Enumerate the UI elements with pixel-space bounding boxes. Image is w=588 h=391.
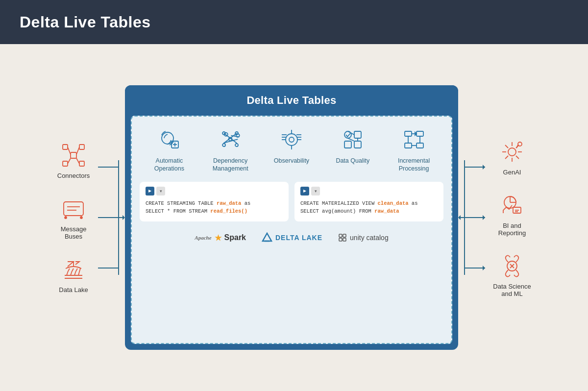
code-block-2[interactable]: ▾ CREATE MATERIALIZED VIEW clean_data as…: [294, 182, 443, 222]
left-connector-svg: [98, 142, 125, 293]
incr-proc-label: IncrementalProcessing: [398, 157, 430, 173]
delta-lake-logo: DELTA LAKE: [262, 232, 322, 243]
svg-rect-1: [63, 145, 68, 149]
svg-line-86: [505, 156, 508, 159]
right-sidebar: GenAI: [488, 138, 537, 297]
sidebar-item-connectors: Connectors: [57, 142, 90, 179]
data-qual-icon: [340, 126, 366, 153]
page-title: Delta Live Tables: [20, 13, 151, 31]
sidebar-item-message-buses: MessageBuses: [60, 195, 87, 240]
svg-marker-77: [483, 266, 485, 270]
svg-line-83: [505, 145, 508, 148]
svg-line-8: [76, 158, 79, 164]
connectors-label: Connectors: [57, 172, 90, 179]
dropdown-btn-2[interactable]: ▾: [311, 187, 320, 196]
auto-ops-icon: [156, 126, 182, 153]
dropdown-btn-1[interactable]: ▾: [156, 187, 165, 196]
svg-rect-49: [354, 141, 361, 148]
left-sidebar: Connectors MessageBuses: [51, 142, 96, 293]
logos-row: Apache ★ Spark DELTA LAKE: [140, 230, 443, 245]
svg-rect-3: [63, 161, 68, 166]
bi-reporting-label: BI andReporting: [498, 222, 526, 237]
sidebar-item-data-science: Data Scienceand ML: [493, 252, 531, 297]
sidebar-item-bi-reporting: BI andReporting: [498, 192, 526, 237]
bi-reporting-icon: [498, 192, 526, 219]
svg-marker-76: [483, 215, 485, 220]
svg-rect-68: [343, 238, 346, 241]
observ-icon: [278, 126, 305, 153]
genai-label: GenAI: [503, 169, 521, 176]
dep-mgmt-icon: [217, 126, 244, 153]
data-lake-label: Data Lake: [59, 286, 88, 293]
left-arrows: [98, 142, 125, 293]
right-arrows: [458, 142, 485, 293]
play-button-1[interactable]: [146, 187, 154, 196]
svg-line-6: [76, 147, 79, 154]
svg-rect-48: [344, 141, 351, 148]
data-science-icon: [498, 252, 526, 280]
svg-marker-74: [458, 215, 461, 220]
feature-incr-proc: IncrementalProcessing: [387, 126, 441, 173]
main-content: Connectors MessageBuses: [0, 44, 588, 391]
svg-rect-56: [405, 143, 412, 148]
feature-data-qual: Data Quality: [326, 126, 380, 165]
svg-point-12: [65, 217, 67, 219]
unity-catalog-logo: unity catalog: [338, 233, 389, 242]
svg-rect-66: [343, 234, 346, 237]
incr-proc-icon: [401, 126, 427, 153]
svg-line-84: [516, 156, 519, 159]
feature-observ: Observability: [265, 126, 318, 165]
svg-rect-0: [71, 152, 76, 158]
play-button-2[interactable]: [300, 187, 309, 196]
svg-line-5: [68, 147, 71, 154]
auto-ops-label: AutomaticOperations: [154, 157, 184, 173]
code2-line2: SELECT avg(amount) FROM raw_data: [300, 208, 399, 214]
svg-point-35: [235, 144, 238, 147]
svg-line-7: [68, 158, 71, 164]
code-block-1[interactable]: ▾ CREATE STREAMING TABLE raw_data as SEL…: [140, 182, 289, 222]
code-block-2-header: ▾: [300, 187, 438, 196]
spark-star-icon: ★: [215, 233, 221, 243]
unity-logo-icon: [338, 233, 347, 242]
delta-logo-icon: [262, 232, 272, 243]
message-buses-label: MessageBuses: [61, 225, 87, 240]
svg-point-78: [508, 148, 516, 156]
sidebar-item-data-lake: Data Lake: [59, 256, 88, 293]
svg-rect-67: [339, 238, 342, 241]
feature-auto-ops: AutomaticOperations: [142, 126, 196, 173]
sidebar-item-genai: GenAI: [498, 138, 526, 176]
observ-label: Observability: [274, 157, 309, 165]
svg-rect-57: [416, 143, 423, 148]
svg-rect-54: [405, 131, 412, 136]
svg-point-37: [286, 134, 297, 146]
unity-catalog-text: unity catalog: [350, 234, 389, 242]
dlt-title: Delta Live Tables: [246, 94, 336, 106]
svg-rect-55: [416, 131, 423, 136]
svg-rect-4: [79, 161, 84, 166]
dlt-header: Delta Live Tables: [125, 85, 458, 116]
dep-mgmt-label: DependencyManagement: [213, 157, 248, 173]
svg-rect-9: [64, 202, 83, 216]
svg-point-34: [222, 144, 225, 147]
spark-name: Spark: [224, 233, 246, 242]
spark-logo: Apache ★ Spark: [195, 233, 246, 243]
code-block-1-header: ▾: [146, 187, 283, 196]
header: Delta Live Tables: [0, 0, 588, 44]
code-blocks-row: ▾ CREATE STREAMING TABLE raw_data as SEL…: [140, 182, 443, 222]
svg-point-53: [344, 131, 351, 138]
feature-dep-mgmt: DependencyManagement: [203, 126, 257, 173]
svg-point-38: [289, 137, 294, 142]
app-root: Delta Live Tables: [0, 0, 588, 391]
dlt-inner: AutomaticOperations: [131, 116, 452, 344]
svg-marker-75: [483, 165, 485, 170]
code-block-2-content: CREATE MATERIALIZED VIEW clean_data as S…: [300, 199, 438, 216]
delta-lake-text: DELTA LAKE: [275, 234, 322, 242]
svg-marker-63: [263, 233, 271, 241]
svg-point-87: [518, 142, 522, 146]
data-qual-label: Data Quality: [336, 157, 369, 165]
code-block-1-content: CREATE STREAMING TABLE raw_data as SELEC…: [146, 199, 283, 216]
data-science-label: Data Scienceand ML: [493, 283, 531, 297]
features-row: AutomaticOperations: [140, 126, 443, 173]
code2-line1: CREATE MATERIALIZED VIEW clean_data as: [300, 200, 417, 206]
message-buses-icon: [60, 195, 87, 222]
